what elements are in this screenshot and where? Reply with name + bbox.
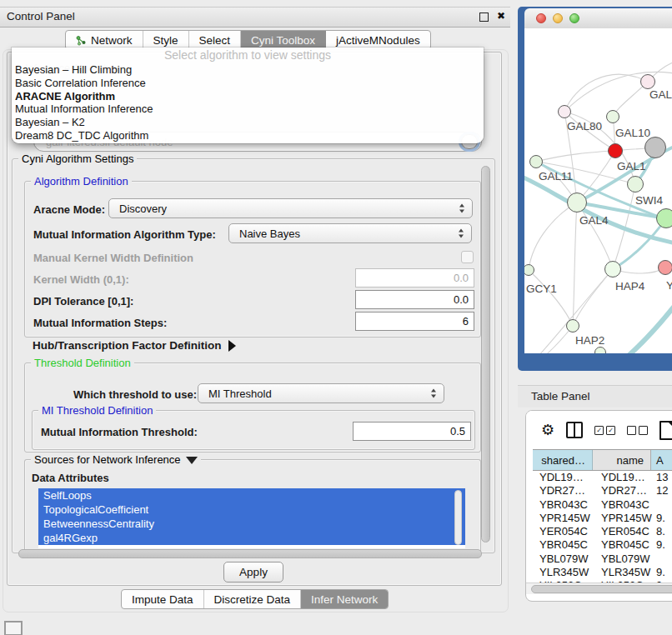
- kernel-width-label: Kernel Width (0,1):: [33, 273, 129, 286]
- menu-item[interactable]: Dream8 DC_TDC Algorithm: [12, 129, 484, 142]
- list-item[interactable]: SelfLoops: [38, 488, 465, 502]
- mi-type-combobox[interactable]: Naive Bayes: [228, 223, 472, 243]
- zoom-traffic-light-icon[interactable]: [569, 13, 579, 23]
- node-gal1[interactable]: [627, 176, 644, 192]
- tab[interactable]: Select: [189, 31, 242, 49]
- node-salmon[interactable]: [658, 260, 672, 275]
- list-scrollbar[interactable]: [454, 490, 462, 545]
- minimize-traffic-light-icon[interactable]: [553, 13, 563, 23]
- menu-item[interactable]: Mutual Information Inference: [12, 102, 484, 116]
- column-header[interactable]: name: [593, 450, 651, 470]
- list-item[interactable]: TopologicalCoefficient: [38, 502, 465, 517]
- table-row[interactable]: YBR045C YBR045C 9.: [533, 538, 672, 552]
- sources-title[interactable]: Sources for Network Inference: [31, 453, 201, 466]
- data-attributes-label: Data Attributes: [32, 472, 109, 484]
- close-traffic-light-icon[interactable]: [536, 13, 546, 23]
- table-row[interactable]: YER054C YER054C 8.: [533, 525, 672, 538]
- mi-type-value: Naive Bayes: [239, 228, 300, 240]
- table-header-row: shared… name A: [533, 449, 672, 471]
- select-all-columns-icon[interactable]: ✓✓: [594, 426, 615, 435]
- kernel-width-field[interactable]: 0.0: [355, 268, 474, 288]
- deselect-all-columns-icon[interactable]: [627, 426, 648, 435]
- menu-item[interactable]: ARACNE Algorithm: [12, 90, 484, 103]
- cell-shared-name: YBR045C: [533, 538, 593, 552]
- panel-title: Control Panel: [7, 10, 75, 22]
- close-icon[interactable]: ✖: [497, 10, 505, 22]
- network-canvas[interactable]: GALGAL80GAL10GAL1GAL11SWI4GAL4GCY1HAP4YH…: [524, 28, 672, 353]
- menu-item[interactable]: Bayesian – K2: [12, 116, 484, 129]
- tab[interactable]: Style: [143, 31, 189, 49]
- expand-right-icon: [228, 340, 236, 352]
- network-node-label: GAL4: [579, 214, 609, 227]
- table-row[interactable]: YPR145W YPR145W 9.: [533, 512, 672, 525]
- combo-spinner-icon: [459, 229, 464, 238]
- tab-label: Infer Network: [311, 593, 378, 606]
- cell-value: 9.: [651, 538, 672, 552]
- cell-value: 13: [651, 471, 672, 484]
- node-gal10[interactable]: [606, 110, 619, 123]
- table-row[interactable]: YDL19… YDL19… 13: [533, 471, 672, 484]
- node-gal80[interactable]: [558, 105, 571, 118]
- algorithm-definition-title: Algorithm Definition: [31, 175, 132, 188]
- network-window-titlebar[interactable]: [524, 8, 672, 29]
- mi-steps-field[interactable]: 6: [355, 312, 474, 331]
- split-columns-icon[interactable]: [566, 422, 583, 438]
- settings-hscrollbar[interactable]: [17, 549, 484, 558]
- hub-definition-toggle[interactable]: Hub/Transcription Factor Definition: [33, 339, 236, 352]
- tab[interactable]: Infer Network: [301, 590, 388, 608]
- mi-steps-value: 6: [463, 315, 469, 328]
- tab[interactable]: Impute Data: [122, 590, 204, 608]
- list-item[interactable]: BetweennessCentrality: [38, 517, 465, 531]
- tab[interactable]: Network: [66, 31, 143, 49]
- cell-value: [651, 498, 672, 512]
- node-hap2[interactable]: [566, 319, 579, 332]
- network-icon: [76, 35, 87, 46]
- settings-scrollbar[interactable]: [481, 166, 490, 542]
- tab[interactable]: Discretize Data: [204, 590, 302, 608]
- node-hap4[interactable]: [604, 261, 621, 278]
- mi-threshold-value: 0.5: [450, 425, 465, 438]
- node-gal4[interactable]: [567, 192, 587, 212]
- column-header[interactable]: shared…: [533, 450, 593, 470]
- threshold-definition-group: Threshold Definition Which threshold to …: [24, 362, 481, 452]
- node-red[interactable]: [608, 143, 623, 158]
- mi-threshold-field[interactable]: 0.5: [353, 422, 471, 441]
- cell-value: 9.: [651, 512, 672, 525]
- list-item[interactable]: gal4RGexp: [38, 531, 465, 545]
- network-node-label: SWI4: [635, 194, 663, 207]
- gear-icon[interactable]: ⚙: [541, 422, 554, 438]
- dpi-tolerance-field[interactable]: 0.0: [355, 290, 474, 309]
- mi-threshold-label: Mutual Information Threshold:: [41, 426, 198, 438]
- node-gal11[interactable]: [529, 155, 543, 168]
- node-gray[interactable]: [644, 137, 666, 158]
- tab[interactable]: jActiveMNodules: [326, 31, 430, 49]
- tab[interactable]: Cyni Toolbox: [241, 31, 326, 49]
- sources-group: Sources for Network Inference Data Attri…: [24, 459, 481, 552]
- table-row[interactable]: YBR043C YBR043C: [533, 498, 672, 512]
- node-bright-green[interactable]: [656, 208, 672, 228]
- table-row[interactable]: YLR345W YLR345W 9.: [533, 566, 672, 579]
- network-node-label: Y: [666, 279, 672, 292]
- table-row[interactable]: YDR27… YDR27… 12: [533, 484, 672, 498]
- aracne-mode-combobox[interactable]: Discovery: [108, 198, 473, 218]
- mi-type-label: Mutual Information Algorithm Type:: [33, 228, 216, 241]
- network-window[interactable]: GALGAL80GAL10GAL1GAL11SWI4GAL4GCY1HAP4YH…: [518, 7, 672, 371]
- menu-item[interactable]: Basic Correlation Inference: [12, 77, 484, 90]
- manual-kernel-checkbox[interactable]: [461, 251, 474, 263]
- node-pink-top[interactable]: [640, 74, 655, 89]
- which-threshold-combobox[interactable]: MI Threshold: [198, 383, 444, 403]
- column-header[interactable]: A: [651, 450, 672, 470]
- algorithm-dropdown-popup: Select algorithm to view settings Bayesi…: [12, 48, 484, 143]
- dock-panel-icon[interactable]: [4, 621, 23, 635]
- menu-item[interactable]: Bayesian – Hill Climbing: [12, 63, 484, 77]
- network-node-label: GAL10: [615, 127, 650, 139]
- document-icon[interactable]: [659, 421, 672, 440]
- apply-button[interactable]: Apply: [223, 562, 283, 582]
- float-icon[interactable]: [479, 12, 489, 22]
- table-row[interactable]: YBL079W YBL079W: [533, 552, 672, 566]
- network-node-label: HAP4: [615, 280, 644, 292]
- node-bottom-green[interactable]: [594, 347, 606, 353]
- table-hscrollbar[interactable]: [526, 582, 672, 594]
- bottom-tabstrip: Impute Data Discretize Data Infer Networ…: [121, 589, 389, 609]
- table-panel-card: ⚙ ✓✓ shared… name A YDL19… YDL19… 13: [525, 410, 672, 602]
